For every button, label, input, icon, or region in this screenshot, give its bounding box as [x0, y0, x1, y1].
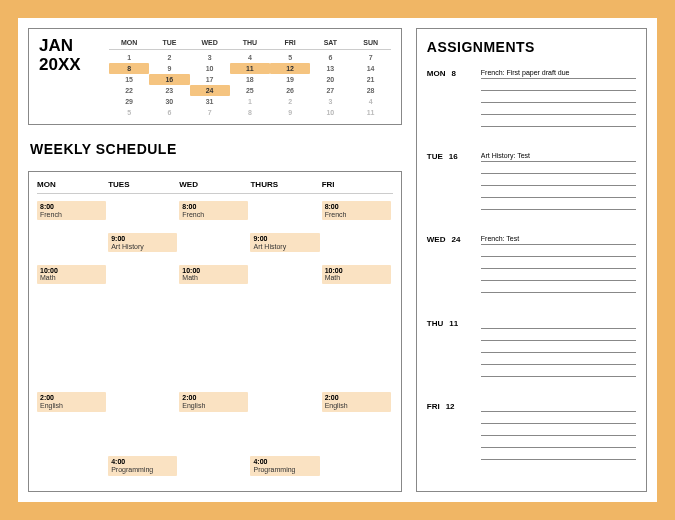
- schedule-cell: [37, 296, 108, 328]
- calendar-day-cell: 9: [270, 107, 310, 118]
- assignment-line: Art History: Test: [481, 150, 636, 162]
- calendar-dow-cell: FRI: [270, 37, 310, 50]
- class-time: 9:00: [253, 235, 316, 243]
- assignment-line: [481, 317, 636, 329]
- schedule-cell: 2:00English: [322, 391, 393, 423]
- assignment-day: THU11: [427, 317, 636, 396]
- schedule-cell: 8:00French: [37, 200, 108, 232]
- schedule-cell: 9:00Art History: [108, 232, 179, 264]
- assignment-day: FRI12: [427, 400, 636, 479]
- schedule-cell: 10:00Math: [179, 264, 250, 296]
- calendar-month: JAN: [39, 36, 73, 55]
- right-column: ASSIGNMENTS MON8French: First paper draf…: [416, 18, 657, 502]
- schedule-cell: [179, 232, 250, 264]
- assignment-line: [481, 436, 636, 448]
- calendar-day-cell: 11: [351, 107, 391, 118]
- calendar-day-cell: 10: [310, 107, 350, 118]
- calendar-day-cell: 9: [149, 63, 189, 74]
- class-name: Programming: [253, 466, 316, 474]
- assignment-line: [481, 269, 636, 281]
- assignment-day-label: THU11: [427, 317, 473, 396]
- assignment-daynum: 11: [449, 319, 458, 396]
- class-name: French: [40, 211, 103, 219]
- class-slot: 4:00Programming: [250, 456, 319, 475]
- schedule-cell: 2:00English: [179, 391, 250, 423]
- calendar-day-cell: 7: [351, 52, 391, 63]
- class-slot: 8:00French: [322, 201, 391, 220]
- assignment-lines: French: Test: [481, 233, 636, 312]
- class-slot: 10:00Math: [322, 265, 391, 284]
- calendar-week-row: 2930311234: [109, 96, 391, 107]
- assignment-line: [481, 257, 636, 269]
- calendar-day-cell: 10: [190, 63, 230, 74]
- calendar-day-cell: 20: [310, 74, 350, 85]
- class-slot: 8:00French: [37, 201, 106, 220]
- schedule-row: 8:00French8:00French8:00French: [37, 200, 393, 232]
- calendar-day-cell: 24: [190, 85, 230, 96]
- calendar-day-cell: 5: [109, 107, 149, 118]
- assignment-line: [481, 174, 636, 186]
- calendar-dow-cell: SUN: [351, 37, 391, 50]
- schedule-day-header: TUES: [108, 180, 179, 189]
- assignment-day-label: MON8: [427, 67, 473, 146]
- calendar-day-cell: 14: [351, 63, 391, 74]
- calendar-dow-cell: WED: [190, 37, 230, 50]
- calendar-dow-cell: MON: [109, 37, 149, 50]
- schedule-cell: [179, 423, 250, 455]
- class-time: 8:00: [182, 203, 245, 211]
- mini-calendar: JAN 20XX MONTUEWEDTHUFRISATSUN 123456789…: [28, 28, 402, 125]
- class-name: English: [182, 402, 245, 410]
- assignment-line: [481, 115, 636, 127]
- class-time: 9:00: [111, 235, 174, 243]
- class-time: 8:00: [325, 203, 388, 211]
- schedule-cell: 10:00Math: [322, 264, 393, 296]
- calendar-day-cell: 26: [270, 85, 310, 96]
- schedule-cell: 8:00French: [322, 200, 393, 232]
- schedule-cell: [108, 359, 179, 391]
- calendar-day-cell: 17: [190, 74, 230, 85]
- schedule-cell: 2:00English: [37, 391, 108, 423]
- class-name: Programming: [111, 466, 174, 474]
- calendar-day-cell: 25: [230, 85, 270, 96]
- schedule-cell: [322, 455, 393, 487]
- schedule-cell: [179, 455, 250, 487]
- class-slot: 2:00English: [179, 392, 248, 411]
- assignment-day: TUE16Art History: Test: [427, 150, 636, 229]
- schedule-cell: [108, 423, 179, 455]
- weekly-schedule: MONTUESWEDTHURSFRI 8:00French8:00French8…: [28, 171, 402, 492]
- class-time: 10:00: [182, 267, 245, 275]
- class-time: 10:00: [40, 267, 103, 275]
- calendar-day-cell: 29: [109, 96, 149, 107]
- assignments-title: ASSIGNMENTS: [427, 39, 636, 55]
- calendar-week-row: 22232425262728: [109, 85, 391, 96]
- class-time: 4:00: [111, 458, 174, 466]
- calendar-dow-cell: TUE: [149, 37, 189, 50]
- assignment-lines: [481, 400, 636, 479]
- schedule-cell: [322, 296, 393, 328]
- schedule-cell: [250, 200, 321, 232]
- class-time: 8:00: [40, 203, 103, 211]
- calendar-week-row: 891011121314: [109, 63, 391, 74]
- schedule-cell: [322, 359, 393, 391]
- calendar-day-cell: 2: [149, 52, 189, 63]
- class-slot: 10:00Math: [37, 265, 106, 284]
- assignment-day-label: FRI12: [427, 400, 473, 479]
- schedule-row: [37, 423, 393, 455]
- assignment-lines: Art History: Test: [481, 150, 636, 229]
- schedule-cell: [250, 359, 321, 391]
- schedule-cell: 4:00Programming: [108, 455, 179, 487]
- calendar-day-cell: 11: [230, 63, 270, 74]
- assignment-line: [481, 412, 636, 424]
- schedule-day-header: THURS: [250, 180, 321, 189]
- calendar-grid: MONTUEWEDTHUFRISATSUN 123456789101112131…: [109, 37, 391, 118]
- class-slot: 9:00Art History: [108, 233, 177, 252]
- calendar-day-cell: 8: [109, 63, 149, 74]
- assignment-daynum: 8: [451, 69, 455, 146]
- assignment-daynum: 12: [446, 402, 455, 479]
- class-slot: 2:00English: [37, 392, 106, 411]
- calendar-week-row: 1234567: [109, 52, 391, 63]
- calendar-day-cell: 1: [109, 52, 149, 63]
- class-name: Math: [40, 274, 103, 282]
- class-name: Art History: [253, 243, 316, 251]
- calendar-day-cell: 7: [190, 107, 230, 118]
